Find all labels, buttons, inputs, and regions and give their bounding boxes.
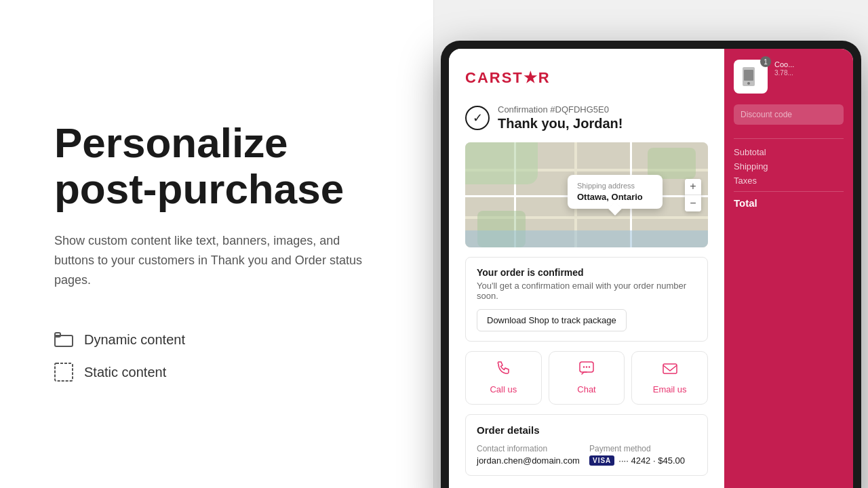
svg-rect-8: [663, 364, 677, 373]
email-us-button[interactable]: Email us: [631, 351, 708, 405]
svg-point-5: [583, 366, 585, 367]
svg-point-7: [589, 366, 590, 367]
svg-rect-10: [744, 70, 753, 81]
payment-method-section: Payment method VISA ···· 4242 · $45.00: [589, 444, 696, 466]
zoom-out-button[interactable]: −: [685, 195, 701, 211]
chat-label: Chat: [577, 384, 595, 394]
chat-button[interactable]: Chat: [549, 351, 625, 405]
sub-description: Show custom content like text, banners, …: [54, 231, 380, 289]
cart-badge: 1: [760, 56, 771, 67]
payment-method-label: Payment method: [589, 444, 696, 453]
confirmation-header: ✓ Confirmation #DQFDHG5E0 Thank you, Jor…: [465, 104, 708, 131]
download-shop-button[interactable]: Download Shop to track package: [477, 309, 627, 331]
visa-badge: VISA: [589, 455, 614, 466]
tablet-frame: CARST★R ✓ Confirmation #DQFDHG5E0 Thank …: [441, 41, 861, 488]
confirmation-number: Confirmation #DQFDHG5E0: [498, 104, 623, 115]
total-row: Total: [734, 191, 844, 209]
order-confirmed-box: Your order is confirmed You'll get a con…: [465, 257, 708, 342]
subtotal-row: Subtotal: [734, 147, 844, 157]
map-area: Shipping address Ottawa, Ontario + −: [465, 142, 708, 247]
feature-item-static: Static content: [54, 363, 393, 382]
svg-text:CARST★R: CARST★R: [465, 69, 551, 86]
dynamic-content-label: Dynamic content: [84, 332, 185, 348]
order-confirmed-description: You'll get a confirmation email with you…: [477, 281, 696, 301]
cart-item-name: Coo...: [774, 60, 794, 69]
dynamic-content-icon: [54, 330, 73, 349]
contact-info-label: Contact information: [477, 444, 584, 453]
confirmation-thanks: Thank you, Jordan!: [498, 116, 623, 131]
shipping-popup: Shipping address Ottawa, Ontario: [568, 175, 663, 209]
svg-point-11: [747, 82, 750, 85]
email-us-label: Email us: [653, 384, 687, 394]
contact-info-value: jordan.chen@domain.com: [477, 455, 584, 466]
feature-list: Dynamic content Static content: [54, 330, 393, 382]
shipping-label: Shipping: [734, 161, 768, 171]
carstar-logo: CARST★R: [465, 68, 708, 91]
contact-info-section: Contact information jordan.chen@domain.c…: [477, 444, 584, 466]
tablet-screen: CARST★R ✓ Confirmation #DQFDHG5E0 Thank …: [449, 49, 853, 488]
order-inner: CARST★R ✓ Confirmation #DQFDHG5E0 Thank …: [449, 49, 724, 488]
call-us-button[interactable]: Call us: [465, 351, 542, 405]
right-panel: CARST★R ✓ Confirmation #DQFDHG5E0 Thank …: [434, 0, 868, 488]
taxes-row: Taxes: [734, 176, 844, 186]
discount-code-input[interactable]: [734, 104, 844, 125]
cart-item-detail: 3.78...: [774, 69, 794, 77]
contact-buttons: Call us: [465, 351, 708, 405]
shipping-row: Shipping: [734, 161, 844, 171]
call-us-label: Call us: [490, 384, 517, 394]
payment-info: VISA ···· 4242 · $45.00: [589, 455, 696, 466]
payment-last4: ···· 4242 · $45.00: [618, 455, 685, 466]
cart-item: 1 Coo... 3.78...: [734, 60, 844, 94]
order-details-title: Order details: [477, 424, 696, 436]
check-circle-icon: ✓: [465, 106, 490, 130]
svg-rect-2: [55, 363, 73, 381]
order-content: CARST★R ✓ Confirmation #DQFDHG5E0 Thank …: [449, 49, 724, 488]
cart-sidebar: 1 Coo... 3.78...: [724, 49, 853, 488]
svg-point-6: [586, 366, 587, 367]
total-label: Total: [734, 197, 757, 209]
static-content-icon: [54, 363, 73, 382]
main-heading: Personalize post-purchase: [54, 120, 393, 212]
email-icon: [663, 361, 677, 380]
popup-label: Shipping address: [577, 182, 653, 190]
map-zoom-controls: + −: [685, 179, 701, 211]
order-confirmed-title: Your order is confirmed: [477, 267, 696, 278]
taxes-label: Taxes: [734, 176, 757, 186]
zoom-in-button[interactable]: +: [685, 179, 701, 195]
static-content-label: Static content: [84, 365, 166, 380]
phone-icon: [496, 361, 511, 380]
left-panel: Personalize post-purchase Show custom co…: [0, 0, 434, 488]
subtotal-label: Subtotal: [734, 147, 766, 157]
order-details-grid: Contact information jordan.chen@domain.c…: [477, 444, 696, 466]
feature-item-dynamic: Dynamic content: [54, 330, 393, 349]
popup-city: Ottawa, Ontario: [577, 192, 653, 202]
order-details: Order details Contact information jordan…: [465, 414, 708, 476]
cart-item-image: 1: [734, 60, 768, 94]
cart-summary: Subtotal Shipping Taxes Total: [734, 138, 844, 209]
chat-icon: [579, 361, 594, 380]
